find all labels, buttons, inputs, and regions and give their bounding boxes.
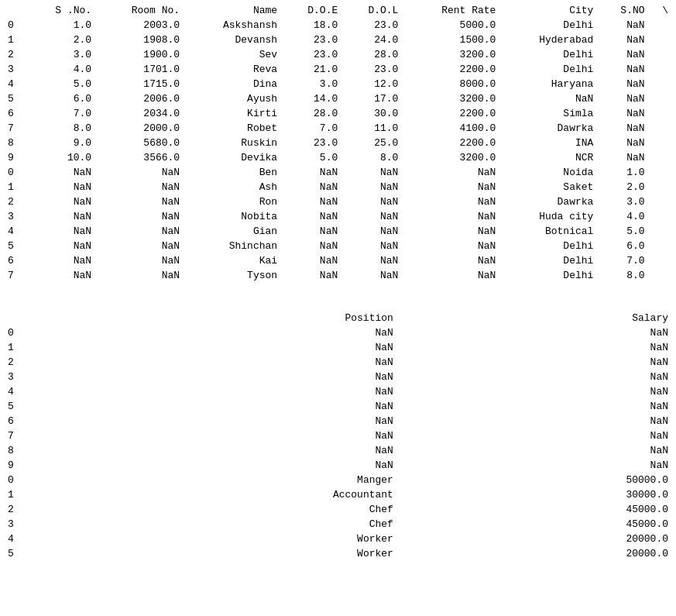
cell-rent: 2200.0 <box>403 106 500 121</box>
cell-rent: 3200.0 <box>403 91 500 106</box>
cell-city: Delhi <box>500 253 598 268</box>
cell-sno2: 2.0 <box>598 180 649 194</box>
cell-dol: 24.0 <box>342 33 403 47</box>
table-row: 1 NaN NaN <box>3 340 673 355</box>
cell-index: 2 <box>3 47 26 62</box>
main-container: S .No. Room No. Name D.O.E D.O.L Rent Ra… <box>3 3 673 561</box>
cell-city: INA <box>500 136 598 150</box>
cell-dol: 30.0 <box>342 106 403 121</box>
cell-index: 7 <box>3 268 26 283</box>
cell-room: 2006.0 <box>96 91 184 106</box>
table-row: 9 NaN NaN <box>3 458 673 473</box>
cell2-salary: 20000.0 <box>398 532 673 546</box>
cell-room: 1701.0 <box>96 62 184 77</box>
cell2-position: Worker <box>26 546 398 561</box>
cell-sno2: NaN <box>598 77 649 91</box>
position-table: Position Salary 0 NaN NaN 1 NaN NaN 2 Na… <box>3 311 673 561</box>
cell-empty <box>650 194 673 209</box>
cell-empty <box>650 165 673 180</box>
cell-doe: 23.0 <box>282 33 342 47</box>
table-row: 8 9.0 5680.0 Ruskin 23.0 25.0 2200.0 INA… <box>3 136 673 150</box>
cell-dol: 28.0 <box>342 47 403 62</box>
cell-index: 1 <box>3 180 26 194</box>
cell-name: Tyson <box>184 268 282 283</box>
cell-sno2: 5.0 <box>598 224 649 239</box>
cell-room: NaN <box>96 194 184 209</box>
cell-dol: NaN <box>342 180 403 194</box>
cell-room: 5680.0 <box>96 136 184 150</box>
cell-city: Delhi <box>500 239 598 253</box>
cell-sno2: NaN <box>598 47 649 62</box>
cell-name: Reva <box>184 62 282 77</box>
cell-sno: 10.0 <box>26 150 96 165</box>
cell-empty <box>650 180 673 194</box>
cell-doe: NaN <box>282 239 342 253</box>
cell-doe: NaN <box>282 253 342 268</box>
cell-sno2: NaN <box>598 136 649 150</box>
cell-doe: NaN <box>282 268 342 283</box>
cell-empty <box>650 91 673 106</box>
cell2-position: NaN <box>26 384 398 399</box>
cell-sno: 6.0 <box>26 91 96 106</box>
cell-sno: 9.0 <box>26 136 96 150</box>
table-row: 5 6.0 2006.0 Ayush 14.0 17.0 3200.0 NaN … <box>3 91 673 106</box>
cell-dol: NaN <box>342 194 403 209</box>
cell-rent: 8000.0 <box>403 77 500 91</box>
cell-sno2: NaN <box>598 91 649 106</box>
cell2-position: NaN <box>26 370 398 384</box>
cell-index: 0 <box>3 18 26 33</box>
cell-sno: NaN <box>26 224 96 239</box>
cell2-salary: NaN <box>398 414 673 428</box>
cell-empty <box>650 239 673 253</box>
cell-sno2: NaN <box>598 106 649 121</box>
cell-rent: 3200.0 <box>403 47 500 62</box>
cell2-index: 4 <box>3 532 26 546</box>
cell-room: NaN <box>96 165 184 180</box>
table-row: 2 Chef 45000.0 <box>3 502 673 517</box>
cell-city: Dawrka <box>500 121 598 136</box>
cell-room: NaN <box>96 268 184 283</box>
cell-rent: 1500.0 <box>403 33 500 47</box>
cell-index: 6 <box>3 253 26 268</box>
cell2-salary: NaN <box>398 370 673 384</box>
cell2-index: 7 <box>3 428 26 443</box>
header-backslash: \ <box>650 3 673 18</box>
header-rent: Rent Rate <box>403 3 500 18</box>
cell-index: 3 <box>3 209 26 224</box>
cell-sno2: 1.0 <box>598 165 649 180</box>
cell-name: Devika <box>184 150 282 165</box>
cell-sno2: 7.0 <box>598 253 649 268</box>
cell2-salary: 50000.0 <box>398 473 673 487</box>
table-row: 5 NaN NaN <box>3 399 673 414</box>
cell-dol: NaN <box>342 253 403 268</box>
cell2-salary: NaN <box>398 399 673 414</box>
cell-index: 5 <box>3 239 26 253</box>
cell-rent: NaN <box>403 268 500 283</box>
table-row: 5 Worker 20000.0 <box>3 546 673 561</box>
cell-name: Sev <box>184 47 282 62</box>
cell-name: Shinchan <box>184 239 282 253</box>
cell-city: Delhi <box>500 62 598 77</box>
cell-room: 1900.0 <box>96 47 184 62</box>
cell-dol: NaN <box>342 268 403 283</box>
cell-sno: NaN <box>26 180 96 194</box>
cell-rent: NaN <box>403 194 500 209</box>
cell2-index: 3 <box>3 370 26 384</box>
cell-sno: 3.0 <box>26 47 96 62</box>
cell-sno2: 3.0 <box>598 194 649 209</box>
cell-doe: NaN <box>282 194 342 209</box>
cell2-position: Chef <box>26 517 398 532</box>
cell-sno2: NaN <box>598 150 649 165</box>
cell-empty <box>650 106 673 121</box>
cell-city: NCR <box>500 150 598 165</box>
cell-dol: 25.0 <box>342 136 403 150</box>
cell-city: Dawrka <box>500 194 598 209</box>
cell2-index: 9 <box>3 458 26 473</box>
header2-index <box>3 311 26 325</box>
cell2-position: Manger <box>26 473 398 487</box>
cell-empty <box>650 33 673 47</box>
cell-name: Ben <box>184 165 282 180</box>
table-row: 2 NaN NaN Ron NaN NaN NaN Dawrka 3.0 <box>3 194 673 209</box>
cell-doe: 28.0 <box>282 106 342 121</box>
cell-city: Saket <box>500 180 598 194</box>
